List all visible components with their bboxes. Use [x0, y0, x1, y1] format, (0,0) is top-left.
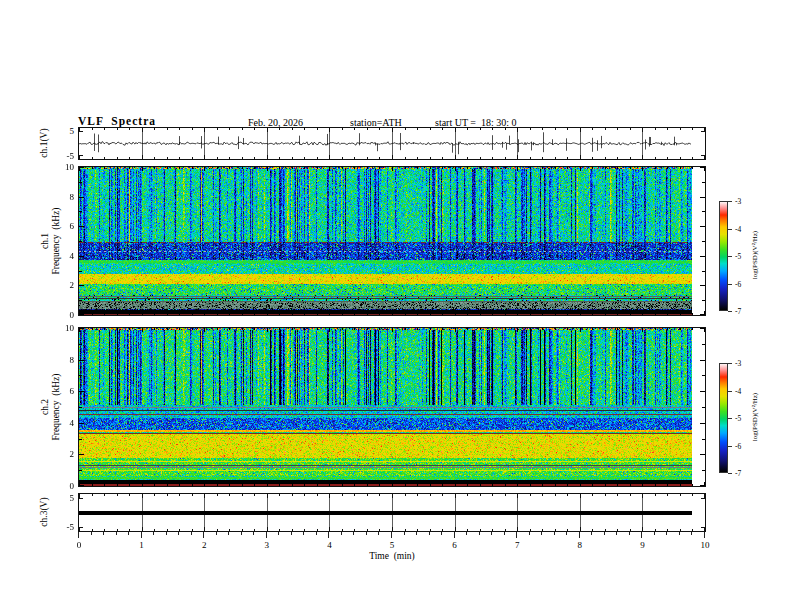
- colorbar-tick-mark: [728, 256, 732, 257]
- colorbar-tick-label: -5: [735, 414, 741, 423]
- ch3-waveform-canvas: [79, 494, 705, 531]
- y-tick-label: 5: [56, 126, 74, 136]
- colorbar-ch2-label: log(PSD)(V²/Hz): [751, 362, 759, 472]
- colorbar-tick-mark: [728, 446, 732, 447]
- x-tick-label: 2: [189, 540, 219, 550]
- y-tick-label: 10: [56, 323, 74, 333]
- colorbar-tick-mark: [728, 229, 732, 230]
- x-tick-label: 5: [377, 540, 407, 550]
- ch1-waveform-panel: [78, 127, 706, 160]
- y-tick-label: -5: [56, 151, 74, 161]
- colorbar-tick-mark: [728, 201, 732, 202]
- colorbar-ch1: [719, 201, 728, 311]
- y-tick-label: 8: [56, 192, 74, 202]
- colorbar-tick-mark: [728, 473, 732, 474]
- time-axis-title: Time (min): [332, 551, 452, 561]
- x-tick-label: 6: [440, 540, 470, 550]
- x-tick-label: 1: [127, 540, 157, 550]
- y-tick-label: 2: [56, 280, 74, 290]
- colorbar-tick-label: -7: [735, 307, 741, 316]
- y-tick-label: -5: [56, 522, 74, 532]
- vlf-spectra-figure: VLF Spectra Feb. 20, 2026 station=ATH st…: [0, 0, 792, 612]
- ch3-voltage-axis-label: ch.3(V): [33, 452, 57, 572]
- ch1-spectrogram-panel: [78, 166, 706, 316]
- colorbar-tick-mark: [728, 418, 732, 419]
- colorbar-ch2: [719, 363, 728, 473]
- colorbar-tick-label: -6: [735, 280, 741, 289]
- axis-label-line: ch.2: [40, 399, 51, 415]
- colorbar-ch1-label: log(PSD)(V²/Hz): [751, 200, 759, 310]
- colorbar-tick-label: -4: [735, 225, 741, 234]
- y-tick-label: 0: [56, 481, 74, 491]
- colorbar-tick-label: -7: [735, 469, 741, 478]
- y-tick-label: 4: [56, 418, 74, 428]
- x-tick-label: 7: [502, 540, 532, 550]
- ch2-spectrogram-panel: [78, 327, 706, 487]
- y-tick-label: 6: [56, 221, 74, 231]
- y-tick-label: 6: [56, 386, 74, 396]
- y-tick-label: 8: [56, 355, 74, 365]
- ch2-spectrogram-canvas: [79, 328, 705, 486]
- x-tick-label: 3: [252, 540, 282, 550]
- x-tick-label: 4: [314, 540, 344, 550]
- colorbar-tick-mark: [728, 363, 732, 364]
- axis-label-line: Frequency (kHz): [51, 374, 62, 441]
- colorbar-tick-mark: [728, 311, 732, 312]
- y-tick-label: 5: [56, 493, 74, 503]
- y-tick-label: 10: [56, 162, 74, 172]
- colorbar-tick-label: -4: [735, 387, 741, 396]
- colorbar-tick-label: -5: [735, 252, 741, 261]
- x-tick-label: 9: [627, 540, 657, 550]
- colorbar-tick-mark: [728, 284, 732, 285]
- time-axis-ticks: [78, 532, 706, 540]
- axis-label-line: ch.1: [40, 233, 51, 249]
- colorbar-tick-label: -3: [735, 197, 741, 206]
- ch1-spectrogram-canvas: [79, 167, 705, 315]
- axis-label-line: Frequency (kHz): [51, 208, 62, 275]
- y-tick-label: 4: [56, 251, 74, 261]
- axis-label-line: ch.3(V): [39, 497, 50, 526]
- x-tick-label: 8: [565, 540, 595, 550]
- x-tick-label: 0: [64, 540, 94, 550]
- ch1-waveform-canvas: [79, 128, 705, 159]
- colorbar-tick-label: -3: [735, 359, 741, 368]
- colorbar-tick-label: -6: [735, 442, 741, 451]
- x-tick-label: 10: [690, 540, 720, 550]
- colorbar-tick-mark: [728, 391, 732, 392]
- y-tick-label: 0: [56, 310, 74, 320]
- ch3-waveform-panel: [78, 493, 706, 532]
- axis-label-line: ch.1(V): [39, 128, 50, 157]
- y-tick-label: 2: [56, 449, 74, 459]
- plot-title: VLF Spectra: [78, 115, 156, 127]
